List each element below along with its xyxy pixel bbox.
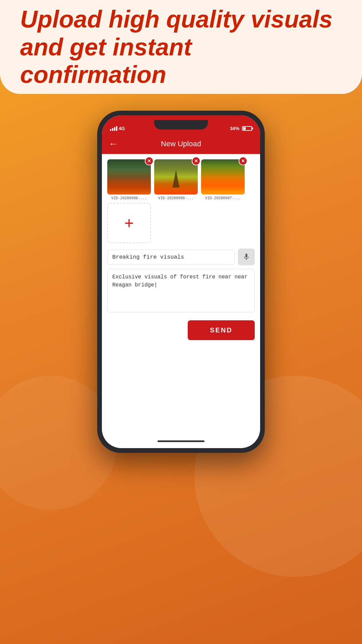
mic-button[interactable] [238,249,255,265]
signal-bar-3 [114,127,115,131]
media-item-2: ✕ VID-20200908-... [154,159,198,200]
media-item-3: ✕ VID-20200907-... [201,159,245,200]
battery-fill [243,127,246,130]
remove-media-1-button[interactable]: ✕ [145,157,154,165]
input-section: Exclusive visuals of forest fire near ne… [102,246,260,316]
media-section: ✕ VID-20200908-... ✕ VID-20200908-... ✕ … [102,154,260,246]
add-media-button[interactable]: + [107,203,151,243]
nav-title: New Upload [161,140,201,148]
phone-notch [154,120,208,129]
top-nav: ← New Upload [102,134,260,154]
send-section: SEND [102,316,260,345]
media-label-1: VID-20200908-... [107,196,151,200]
signal-bar-1 [110,129,111,131]
media-label-2: VID-20200908-... [154,196,198,200]
remove-media-2-button[interactable]: ✕ [192,157,200,165]
remove-media-3-button[interactable]: ✕ [239,157,247,165]
media-thumbnail-2 [154,159,198,195]
status-right: 34% [230,126,252,131]
banner-text: Upload high quality visuals and get inst… [20,5,342,89]
phone-mockup: 4G 34% ← New Upload [97,111,265,453]
signal-label: 4G [119,126,125,131]
signal-bar-2 [112,128,113,131]
media-thumbnail-1 [107,159,151,195]
content-area: ✕ VID-20200908-... ✕ VID-20200908-... ✕ … [102,154,260,448]
mic-icon [242,253,250,261]
description-input[interactable]: Exclusive visuals of forest fire near ne… [107,269,255,312]
media-item-1: ✕ VID-20200908-... [107,159,151,200]
send-button[interactable]: SEND [188,320,255,340]
top-banner: Upload high quality visuals and get inst… [0,0,362,94]
media-label-3: VID-20200907-... [201,196,245,200]
signal-bar-4 [116,126,117,131]
phone-screen: 4G 34% ← New Upload [102,115,260,448]
add-icon: + [124,215,134,231]
title-row [107,249,255,265]
status-left: 4G [110,126,125,131]
battery-percent: 34% [230,126,239,131]
title-input[interactable] [107,250,235,265]
back-button[interactable]: ← [109,139,118,149]
media-thumbnail-3 [201,159,245,195]
home-indicator [158,440,204,442]
phone-frame: 4G 34% ← New Upload [97,111,265,453]
signal-bars [110,126,117,131]
battery-icon [242,126,252,131]
